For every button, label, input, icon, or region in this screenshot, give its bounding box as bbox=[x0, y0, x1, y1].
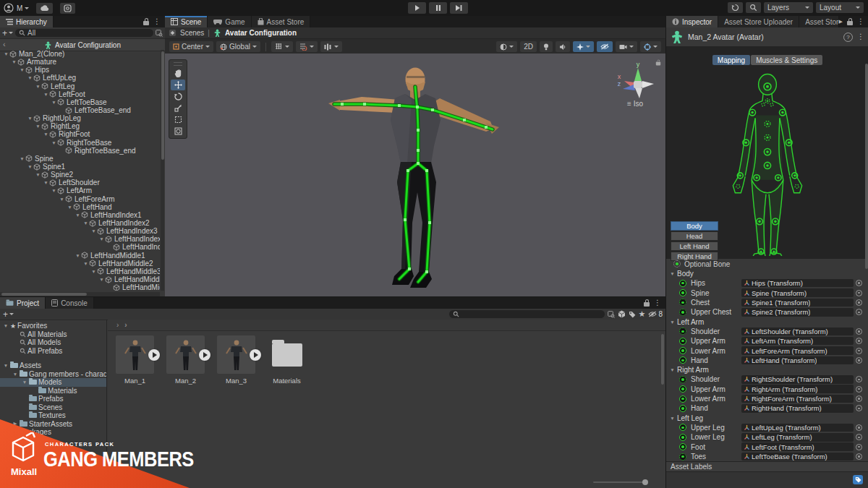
object-picker-icon[interactable] bbox=[856, 328, 862, 335]
object-picker-icon[interactable] bbox=[856, 434, 862, 440]
body-part-button[interactable]: Body bbox=[671, 221, 718, 231]
hierarchy-tree-item[interactable]: ▼ LeftToeBase bbox=[0, 98, 160, 106]
tab-asset-store-uploader[interactable]: Asset Store Uploader bbox=[718, 16, 799, 27]
hierarchy-tree-item[interactable]: ▼ Man_2(Clone) bbox=[0, 50, 160, 58]
object-picker-icon[interactable] bbox=[856, 386, 862, 393]
foldout-arrow-icon[interactable]: ▼ bbox=[51, 188, 57, 193]
audio-toggle[interactable] bbox=[556, 41, 570, 52]
bone-object-field[interactable]: LeftFoot (Transform) bbox=[741, 442, 854, 451]
rotate-tool[interactable] bbox=[171, 91, 185, 102]
project-tree-item[interactable]: ★ Gang members - characters bbox=[0, 370, 106, 379]
orientation-dropdown[interactable]: Global bbox=[216, 41, 260, 52]
bone-object-field[interactable]: RightForeArm (Transform) bbox=[741, 395, 854, 403]
foldout-arrow-icon[interactable] bbox=[12, 372, 18, 377]
bone-object-field[interactable]: Spine (Transform) bbox=[741, 288, 854, 297]
bone-object-field[interactable]: Spine1 (Transform) bbox=[741, 299, 854, 307]
breadcrumb-avatar-configuration[interactable]: Avatar Configuration bbox=[225, 29, 297, 37]
foldout-arrow-icon[interactable]: ▼ bbox=[90, 269, 97, 274]
effects-dropdown[interactable] bbox=[573, 41, 594, 52]
foldout-arrow-icon[interactable]: ▼ bbox=[43, 92, 49, 97]
hierarchy-tree-item[interactable]: ▼ Hips bbox=[0, 66, 160, 74]
hierarchy-tree-item[interactable]: ▼ RightFoot bbox=[0, 130, 160, 138]
tab-inspector[interactable]: Inspector bbox=[666, 16, 718, 27]
add-gameobject-button[interactable]: + bbox=[2, 29, 13, 38]
foldout-arrow-icon[interactable]: ▼ bbox=[43, 132, 49, 137]
bone-object-field[interactable]: LeftToeBase (Transform) bbox=[741, 453, 854, 461]
tab-scene[interactable]: Scene bbox=[165, 16, 208, 27]
hierarchy-tree-item[interactable]: ▼ RightToeBase_end bbox=[0, 147, 160, 155]
foldout-arrow-icon[interactable]: ▼ bbox=[98, 236, 105, 241]
hierarchy-tree-item[interactable]: ▼ LeftHandIndex1 bbox=[0, 211, 160, 219]
object-picker-icon[interactable] bbox=[856, 357, 862, 364]
hierarchy-tree-item[interactable]: ▼ LeftHandIndex2 bbox=[0, 219, 160, 227]
foldout-arrow-icon[interactable]: ▼ bbox=[98, 277, 105, 282]
bone-object-field[interactable]: LeftUpLeg (Transform) bbox=[741, 424, 854, 432]
foldout-arrow-icon[interactable]: ▼ bbox=[75, 253, 81, 258]
project-tree-item[interactable]: ★ All Models bbox=[0, 338, 106, 347]
2d-toggle[interactable]: 2D bbox=[520, 41, 537, 52]
project-tree-item[interactable]: ★ Materials bbox=[0, 387, 106, 395]
undo-history-button[interactable] bbox=[728, 2, 743, 13]
bone-object-field[interactable]: LeftForeArm (Transform) bbox=[741, 346, 854, 355]
camera-dropdown[interactable] bbox=[616, 41, 637, 52]
foldout-arrow-icon[interactable]: ▼ bbox=[19, 67, 25, 72]
hierarchy-tree-item[interactable]: ▼ LeftShoulder bbox=[0, 179, 160, 187]
foldout-arrow-icon[interactable]: ▼ bbox=[3, 51, 9, 56]
tab-project[interactable]: Project bbox=[0, 297, 46, 309]
tab-asset-store[interactable]: Asset Store bbox=[252, 16, 311, 27]
object-picker-icon[interactable] bbox=[856, 405, 862, 411]
bone-object-field[interactable]: RightHand (Transform) bbox=[741, 404, 854, 413]
project-tree-item[interactable]: ★ Prefabs bbox=[0, 395, 106, 403]
object-picker-icon[interactable] bbox=[856, 424, 862, 431]
breadcrumb-item[interactable] bbox=[116, 321, 122, 329]
scene-canvas[interactable]: y x z ≡ Iso bbox=[165, 53, 665, 296]
back-arrow-icon[interactable]: ‹ bbox=[3, 40, 6, 48]
project-tree-item[interactable]: ★ Packages bbox=[0, 428, 106, 437]
object-picker-icon[interactable] bbox=[856, 290, 862, 296]
project-search-input[interactable] bbox=[449, 310, 605, 318]
kebab-menu-icon[interactable]: ⋮ bbox=[654, 299, 661, 307]
object-picker-icon[interactable] bbox=[856, 444, 862, 450]
foldout-arrow-icon[interactable]: ▼ bbox=[35, 124, 41, 129]
bone-object-field[interactable]: RightArm (Transform) bbox=[741, 385, 854, 393]
character-model[interactable] bbox=[165, 53, 665, 296]
foldout-arrow-icon[interactable]: ▼ bbox=[75, 213, 81, 218]
lighting-toggle[interactable] bbox=[540, 41, 553, 52]
hand-tool[interactable] bbox=[171, 68, 185, 79]
project-tree-item[interactable]: ★ Scenes bbox=[0, 403, 106, 412]
hierarchy-tree-item[interactable]: ▼ Spine2 bbox=[0, 171, 160, 179]
bone-object-field[interactable]: Spine2 (Transform) bbox=[741, 308, 854, 317]
asset-item[interactable]: Man_3 bbox=[216, 335, 256, 385]
bone-object-field[interactable]: LeftArm (Transform) bbox=[741, 337, 854, 346]
hierarchy-tree-item[interactable]: ▼ LeftHandMiddle2 bbox=[0, 260, 160, 267]
bone-object-field[interactable]: LeftHand (Transform) bbox=[741, 356, 854, 365]
foldout-arrow-icon[interactable] bbox=[3, 323, 9, 328]
object-picker-icon[interactable] bbox=[856, 348, 862, 354]
help-icon[interactable]: ? bbox=[843, 33, 853, 42]
move-tool[interactable] bbox=[171, 80, 185, 90]
layers-dropdown[interactable]: Layers bbox=[764, 2, 813, 13]
hierarchy-tree-item[interactable]: ▼ LeftHandIndex4_end bbox=[0, 243, 160, 251]
shading-mode-dropdown[interactable] bbox=[496, 41, 517, 52]
asset-thumbnail[interactable] bbox=[166, 335, 205, 374]
foldout-arrow-icon[interactable]: ▼ bbox=[59, 197, 65, 202]
project-tree-item[interactable]: ★ All Prefabs bbox=[0, 347, 106, 356]
kebab-menu-icon[interactable]: ⋮ bbox=[153, 18, 161, 25]
search-by-type-icon[interactable] bbox=[608, 311, 615, 318]
asset-thumbnail[interactable] bbox=[217, 335, 255, 374]
hierarchy-tree-item[interactable]: ▼ RightUpLeg bbox=[0, 114, 160, 122]
hierarchy-scrollbar[interactable] bbox=[161, 50, 164, 291]
foldout-arrow-icon[interactable] bbox=[3, 429, 9, 435]
asset-item[interactable]: Man_2 bbox=[166, 335, 205, 385]
project-tree-item[interactable]: ★ All Materials bbox=[0, 330, 106, 339]
hidden-packages-toggle[interactable]: 8 bbox=[648, 310, 663, 318]
foldout-arrow-icon[interactable]: ▼ bbox=[27, 164, 33, 169]
lock-icon[interactable] bbox=[847, 21, 853, 25]
rect-tool[interactable] bbox=[171, 114, 185, 125]
hierarchy-tree-item[interactable]: ▼ LeftArm bbox=[0, 187, 160, 194]
kebab-menu-icon[interactable]: ⋮ bbox=[857, 18, 864, 25]
pause-button[interactable] bbox=[429, 2, 447, 14]
create-asset-button[interactable]: + bbox=[3, 310, 14, 319]
object-picker-icon[interactable] bbox=[856, 395, 862, 402]
project-tree-item[interactable]: ★ Textures bbox=[0, 411, 106, 420]
